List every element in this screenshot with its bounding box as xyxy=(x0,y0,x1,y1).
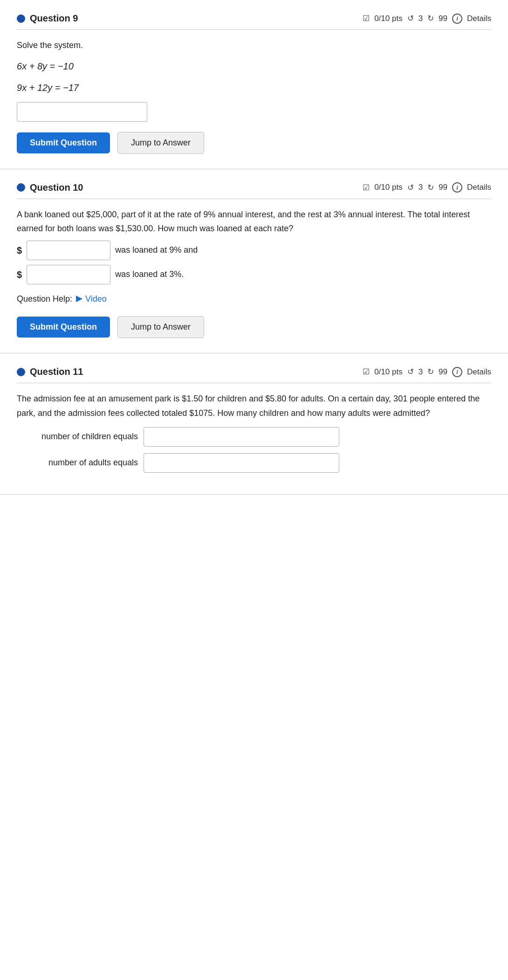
question-11-meta: ☑ 0/10 pts ↺ 3 ↻ 99 i Details xyxy=(363,367,491,377)
question-9-points: 0/10 pts xyxy=(374,14,403,23)
question-10-submissions: 99 xyxy=(439,183,447,192)
question-9-title: Question 9 xyxy=(17,13,78,24)
question-11-title: Question 11 xyxy=(17,366,83,377)
question-11-block: Question 11 ☑ 0/10 pts ↺ 3 ↻ 99 i Detail… xyxy=(0,353,508,494)
question-10-meta: ☑ 0/10 pts ↺ 3 ↻ 99 i Details xyxy=(363,182,491,193)
question-11-retries: 3 xyxy=(419,367,423,377)
question-10-button-row: Submit Question Jump to Answer xyxy=(17,316,491,338)
retry-icon-11: ↺ xyxy=(407,367,414,377)
question-10-video-link[interactable]: Video xyxy=(76,292,107,306)
question-10-title: Question 10 xyxy=(17,182,83,193)
question-10-dollar2: $ xyxy=(17,267,22,283)
question-9-eq2: 9x + 12y = −17 xyxy=(17,80,491,96)
question-10-dollar1: $ xyxy=(17,242,22,258)
question-11-children-row: number of children equals xyxy=(17,427,491,447)
question-10-help-label: Question Help: xyxy=(17,292,72,306)
question-11-children-input[interactable] xyxy=(144,427,339,447)
question-10-prompt: A bank loaned out $25,000, part of it at… xyxy=(17,207,491,236)
refresh-icon: ↻ xyxy=(427,14,434,23)
question-11-body: The admission fee at an amusement park i… xyxy=(17,392,491,472)
question-11-adults-row: number of adults equals xyxy=(17,453,491,473)
question-9-block: Question 9 ☑ 0/10 pts ↺ 3 ↻ 99 i Details… xyxy=(0,0,508,169)
question-9-button-row: Submit Question Jump to Answer xyxy=(17,132,491,154)
question-9-label: Question 9 xyxy=(30,13,78,24)
question-11-label: Question 11 xyxy=(30,366,83,377)
question-11-adults-label: number of adults equals xyxy=(17,455,138,470)
question-9-details-link[interactable]: Details xyxy=(467,14,491,23)
question-9-submissions: 99 xyxy=(439,14,447,23)
question-10-input2[interactable] xyxy=(27,265,110,284)
question-9-jump-button[interactable]: Jump to Answer xyxy=(117,132,204,154)
question-11-adults-input[interactable] xyxy=(144,453,339,473)
question-9-submit-button[interactable]: Submit Question xyxy=(17,132,110,153)
question-9-dot xyxy=(17,14,25,23)
question-10-input2-row: $ was loaned at 3%. xyxy=(17,265,491,284)
question-10-label1: was loaned at 9% and xyxy=(115,243,198,257)
question-10-input1-row: $ was loaned at 9% and xyxy=(17,241,491,260)
question-9-header: Question 9 ☑ 0/10 pts ↺ 3 ↻ 99 i Details xyxy=(17,13,491,30)
question-9-meta: ☑ 0/10 pts ↺ 3 ↻ 99 i Details xyxy=(363,14,491,24)
question-11-dot xyxy=(17,368,25,376)
question-10-label: Question 10 xyxy=(30,182,83,193)
refresh-icon-10: ↻ xyxy=(427,183,434,193)
refresh-icon-11: ↻ xyxy=(427,367,434,377)
question-10-submit-button[interactable]: Submit Question xyxy=(17,317,110,338)
question-10-jump-button[interactable]: Jump to Answer xyxy=(117,316,204,338)
info-icon-10[interactable]: i xyxy=(452,182,462,193)
question-11-details-link[interactable]: Details xyxy=(467,367,491,377)
question-10-body: A bank loaned out $25,000, part of it at… xyxy=(17,207,491,338)
question-10-points: 0/10 pts xyxy=(374,183,403,192)
retry-icon-10: ↺ xyxy=(407,183,414,193)
question-11-header: Question 11 ☑ 0/10 pts ↺ 3 ↻ 99 i Detail… xyxy=(17,366,491,383)
question-10-input1[interactable] xyxy=(27,241,110,260)
question-10-block: Question 10 ☑ 0/10 pts ↺ 3 ↻ 99 i Detail… xyxy=(0,169,508,354)
checkmark-icon-10: ☑ xyxy=(363,183,370,193)
question-9-answer-input[interactable] xyxy=(17,102,147,122)
retry-icon: ↺ xyxy=(407,14,414,23)
question-10-help-row: Question Help: Video xyxy=(17,292,491,306)
question-10-label2: was loaned at 3%. xyxy=(115,267,184,282)
checkmark-icon: ☑ xyxy=(363,14,370,23)
info-icon-11[interactable]: i xyxy=(452,367,462,377)
question-11-submissions: 99 xyxy=(439,367,447,377)
checkmark-icon-11: ☑ xyxy=(363,367,370,377)
question-10-header: Question 10 ☑ 0/10 pts ↺ 3 ↻ 99 i Detail… xyxy=(17,182,491,199)
play-icon xyxy=(76,296,82,302)
question-10-video-label: Video xyxy=(85,292,107,306)
question-11-points: 0/10 pts xyxy=(374,367,403,377)
question-9-prompt: Solve the system. xyxy=(17,38,491,53)
question-10-dot xyxy=(17,183,25,192)
info-icon[interactable]: i xyxy=(452,14,462,24)
question-11-children-label: number of children equals xyxy=(17,429,138,444)
question-9-eq1: 6x + 8y = −10 xyxy=(17,58,491,74)
question-9-body: Solve the system. 6x + 8y = −10 9x + 12y… xyxy=(17,38,491,154)
question-9-retries: 3 xyxy=(419,14,423,23)
question-10-details-link[interactable]: Details xyxy=(467,183,491,192)
question-11-prompt: The admission fee at an amusement park i… xyxy=(17,392,491,420)
question-10-retries: 3 xyxy=(419,183,423,192)
